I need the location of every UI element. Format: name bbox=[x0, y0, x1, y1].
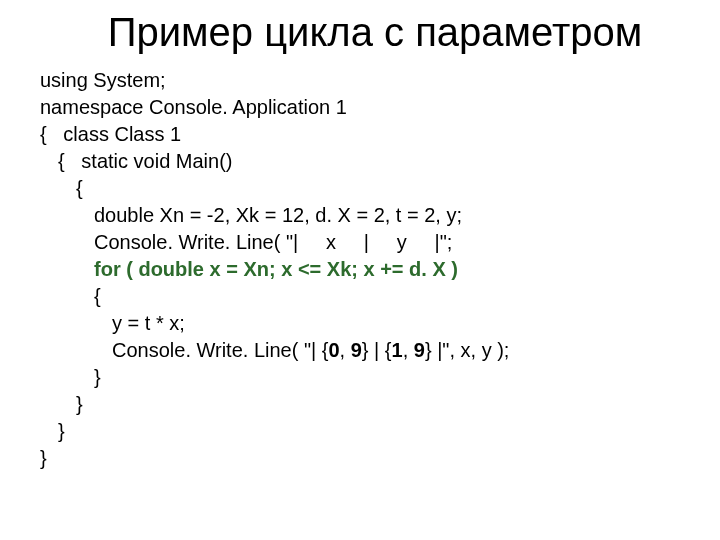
code-line: Console. Write. Line( "| x | y |"; bbox=[40, 229, 680, 256]
code-line: y = t * x; bbox=[40, 310, 680, 337]
code-line: { bbox=[40, 175, 680, 202]
code-line: Console. Write. Line( "| {0, 9} | {1, 9}… bbox=[40, 337, 680, 364]
code-line: } bbox=[40, 418, 680, 445]
code-line: double Xn = -2, Xk = 12, d. X = 2, t = 2… bbox=[40, 202, 680, 229]
page-title: Пример цикла с параметром bbox=[40, 10, 680, 55]
code-block: using System; namespace Console. Applica… bbox=[40, 67, 680, 472]
code-line: } bbox=[40, 445, 680, 472]
code-line-for: for ( double x = Xn; x <= Xk; x += d. X … bbox=[40, 256, 680, 283]
code-line: } bbox=[40, 364, 680, 391]
code-line: { static void Main() bbox=[40, 148, 680, 175]
code-line: namespace Console. Application 1 bbox=[40, 94, 680, 121]
code-line: { class Class 1 bbox=[40, 121, 680, 148]
code-line: using System; bbox=[40, 67, 680, 94]
code-line: } bbox=[40, 391, 680, 418]
code-line: { bbox=[40, 283, 680, 310]
